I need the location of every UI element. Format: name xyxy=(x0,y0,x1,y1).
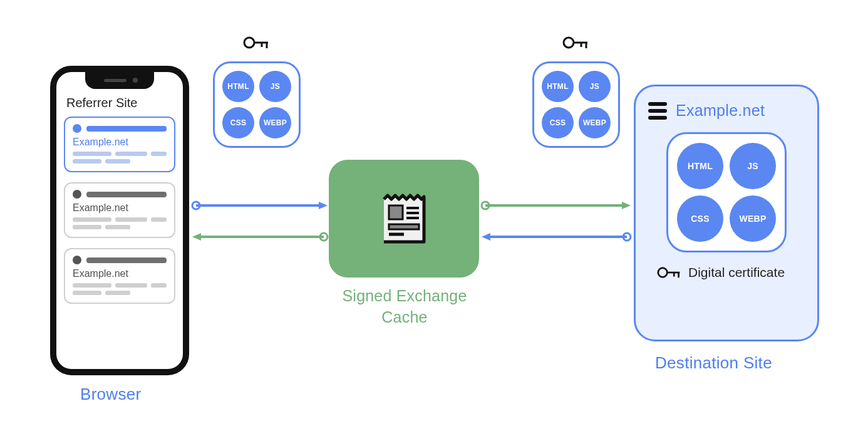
destination-site-box: Example.net HTML JS CSS WEBP Digital cer… xyxy=(634,85,819,341)
asset-badge-js: JS xyxy=(730,143,776,189)
result-card: Example.net xyxy=(64,182,175,238)
svg-marker-13 xyxy=(192,233,201,241)
asset-bundle-right: HTML JS CSS WEBP xyxy=(532,61,620,148)
arrow-dest-to-cache xyxy=(480,232,632,242)
key-icon xyxy=(243,34,271,51)
asset-badge-webp: WEBP xyxy=(579,107,611,138)
key-icon xyxy=(562,34,590,51)
newspaper-icon xyxy=(379,190,429,247)
asset-badge-webp: WEBP xyxy=(259,107,291,138)
asset-badge-webp: WEBP xyxy=(730,195,776,242)
browser-label: Browser xyxy=(80,385,141,404)
key-icon xyxy=(657,265,682,280)
asset-badge-js: JS xyxy=(259,71,291,102)
signed-exchange-cache xyxy=(329,160,479,278)
browser-phone: Referrer Site Example.net Example.net Ex… xyxy=(50,66,189,375)
asset-badge-css: CSS xyxy=(222,107,254,138)
arrow-browser-to-cache xyxy=(191,200,329,210)
asset-bundle-destination: HTML JS CSS WEBP xyxy=(666,132,787,252)
svg-marker-10 xyxy=(319,202,328,209)
destination-site-label: Destination Site xyxy=(655,353,772,373)
asset-badge-html: HTML xyxy=(677,143,723,189)
arrow-cache-to-browser xyxy=(191,232,329,242)
asset-badge-html: HTML xyxy=(542,71,574,102)
svg-marker-16 xyxy=(622,202,631,209)
svg-point-4 xyxy=(564,38,574,48)
asset-badge-js: JS xyxy=(579,71,611,102)
menu-icon xyxy=(648,102,667,120)
result-card-active: Example.net xyxy=(64,117,175,172)
card-site-name: Example.net xyxy=(73,268,167,279)
svg-rect-20 xyxy=(389,205,403,219)
svg-point-26 xyxy=(658,268,668,278)
svg-point-0 xyxy=(244,38,254,48)
svg-marker-19 xyxy=(482,233,490,241)
arrow-cache-to-dest xyxy=(480,200,632,210)
card-site-name: Example.net xyxy=(73,137,167,148)
asset-badge-css: CSS xyxy=(542,107,574,138)
phone-notch xyxy=(85,71,154,89)
destination-title: Example.net xyxy=(676,101,765,120)
referrer-site-title: Referrer Site xyxy=(66,96,175,110)
asset-badge-html: HTML xyxy=(222,71,254,102)
certificate-label: Digital certificate xyxy=(688,265,785,280)
svg-rect-24 xyxy=(389,224,419,229)
asset-bundle-left: HTML JS CSS WEBP xyxy=(213,61,301,148)
result-card: Example.net xyxy=(64,248,175,304)
asset-badge-css: CSS xyxy=(677,195,723,242)
card-site-name: Example.net xyxy=(73,202,167,214)
cache-label: Signed Exchange Cache xyxy=(329,286,480,328)
